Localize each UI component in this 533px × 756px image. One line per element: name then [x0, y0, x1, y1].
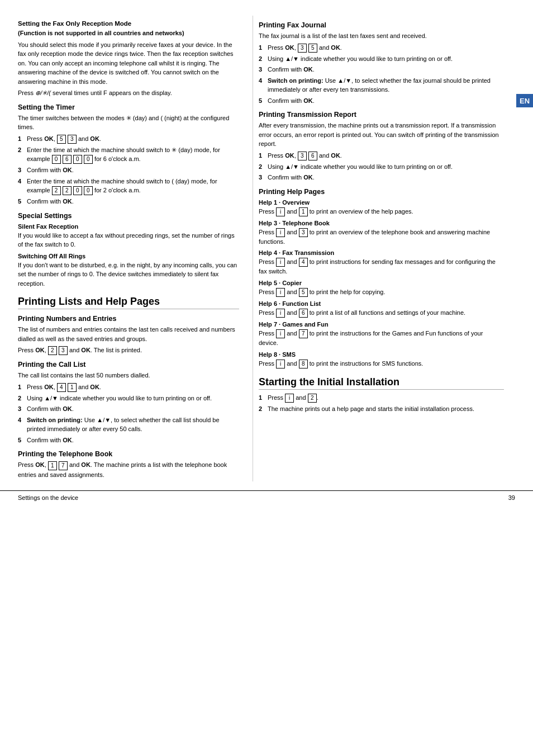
fax-only-subtitle: (Function is not supported in all countr… — [18, 29, 239, 38]
fax-only-title: Setting the Fax Only Reception Mode — [18, 20, 239, 27]
help6-title: Help 6 · Function List — [259, 300, 504, 307]
help4-title: Help 4 · Fax Transmission — [259, 249, 504, 256]
help7-title: Help 7 · Games and Fun — [259, 321, 504, 328]
call-step-5: 5 Confirm with OK. — [18, 436, 239, 445]
install-step-1: 1 Press i and 2. — [259, 393, 504, 403]
printing-lists-title: Printing Lists and Help Pages — [18, 296, 239, 309]
switch-off-rings-body: If you don't want to be disturbed, e.g. … — [18, 261, 239, 289]
footer: Settings on the device 39 — [0, 490, 533, 504]
step-3: 3 Confirm with OK. — [18, 166, 239, 175]
call-step-3: 3 Confirm with OK. — [18, 404, 239, 414]
printing-numbers-press: Press OK, 2 3 and OK. The list is printe… — [18, 346, 239, 355]
trans-step-1: 1 Press OK, 3 6 and OK. — [259, 151, 504, 160]
starting-initial-installation-title: Starting the Initial Installation — [259, 376, 504, 390]
section-printing-numbers: Printing Numbers and Entries The list of… — [18, 315, 239, 355]
special-settings-title: Special Settings — [18, 212, 239, 220]
help3-body: Press i and 3 to print an overview of th… — [259, 228, 504, 247]
fax-only-press: Press ⊕/✳/( several times until F appear… — [18, 88, 239, 98]
step-5: 5 Confirm with OK. — [18, 197, 239, 206]
printing-numbers-body: The list of numbers and entries contains… — [18, 325, 239, 343]
fax-journal-step-5: 5 Confirm with OK. — [259, 96, 504, 106]
step-2: 2 Enter the time at which the machine sh… — [18, 145, 239, 164]
fax-journal-steps: 1 Press OK, 3 5 and OK. 2 Using ▲/▼ indi… — [259, 43, 504, 106]
en-badge: EN — [516, 94, 533, 107]
install-step-2: 2 The machine prints out a help page and… — [259, 404, 504, 414]
installation-steps: 1 Press i and 2. 2 The machine prints ou… — [259, 393, 504, 414]
footer-right: 39 — [508, 494, 515, 501]
help4-body: Press i and 4 to print instructions for … — [259, 257, 504, 276]
telephone-book-title: Printing the Telephone Book — [18, 450, 239, 458]
section-initial-installation: 1 Press i and 2. 2 The machine prints ou… — [259, 393, 504, 414]
call-step-1: 1 Press OK, 4 1 and OK. — [18, 382, 239, 392]
columns: Setting the Fax Only Reception Mode (Fun… — [0, 16, 533, 481]
silent-fax-title: Silent Fax Reception — [18, 223, 239, 230]
footer-left: Settings on the device — [18, 494, 78, 501]
telephone-book-press: Press OK, 1 7 and OK. The machine prints… — [18, 460, 239, 479]
timer-steps: 1 Press OK, 5 3 and OK. 2 Enter the time… — [18, 134, 239, 206]
transmission-report-title: Printing Transmission Report — [259, 111, 504, 119]
fax-journal-step-2: 2 Using ▲/▼ indicate whether you would l… — [259, 54, 504, 64]
step-4: 4 Enter the time at which the machine sh… — [18, 177, 239, 196]
section-special-settings: Special Settings Silent Fax Reception If… — [18, 212, 239, 289]
help7-body: Press i and 7 to print the instructions … — [259, 329, 504, 348]
section-fax-journal: Printing Fax Journal The fax journal is … — [259, 21, 504, 105]
transmission-report-body: After every transmission, the machine pr… — [259, 121, 504, 149]
help6-body: Press i and 6 to print a list of all fun… — [259, 308, 504, 318]
trans-step-3: 3 Confirm with OK. — [259, 173, 504, 182]
section-transmission-report: Printing Transmission Report After every… — [259, 111, 504, 182]
help-pages-title: Printing Help Pages — [259, 188, 504, 196]
help3-title: Help 3 · Telephone Book — [259, 220, 504, 226]
silent-fax-body: If you would like to accept a fax withou… — [18, 231, 239, 249]
switch-off-rings-title: Switching Off All Rings — [18, 253, 239, 259]
help1-title: Help 1 · Overview — [259, 199, 504, 206]
timer-body: The timer switches between the modes ✳ (… — [18, 114, 239, 132]
section-fax-only-reception: Setting the Fax Only Reception Mode (Fun… — [18, 20, 239, 98]
fax-journal-step-4: 4 Switch on printing: Use ▲/▼, to select… — [259, 76, 504, 94]
printing-numbers-title: Printing Numbers and Entries — [18, 315, 239, 323]
section-help-pages: Printing Help Pages Help 1 · Overview Pr… — [259, 188, 504, 368]
call-list-title: Printing the Call List — [18, 361, 239, 368]
section-timer: Setting the Timer The timer switches bet… — [18, 103, 239, 206]
section-telephone-book: Printing the Telephone Book Press OK, 1 … — [18, 450, 239, 479]
fax-journal-body: The fax journal is a list of the last te… — [259, 31, 504, 41]
timer-title: Setting the Timer — [18, 103, 239, 111]
left-column: Setting the Fax Only Reception Mode (Fun… — [18, 16, 253, 481]
help5-title: Help 5 · Copier — [259, 280, 504, 286]
help1-body: Press i and 1 to print an overview of th… — [259, 207, 504, 216]
fax-only-symbols: ⊕/✳/( — [35, 89, 51, 96]
section-call-list: Printing the Call List The call list con… — [18, 361, 239, 445]
step-1: 1 Press OK, 5 3 and OK. — [18, 134, 239, 144]
help5-body: Press i and 5 to print the help for copy… — [259, 287, 504, 297]
call-list-steps: 1 Press OK, 4 1 and OK. 2 Using ▲/▼ indi… — [18, 382, 239, 445]
help8-body: Press i and 8 to print the instructions … — [259, 359, 504, 368]
fax-journal-step-3: 3 Confirm with OK. — [259, 65, 504, 74]
page: EN Setting the Fax Only Reception Mode (… — [0, 0, 533, 756]
call-step-2: 2 Using ▲/▼ indicate whether you would l… — [18, 394, 239, 403]
right-column: Printing Fax Journal The fax journal is … — [253, 16, 504, 481]
fax-journal-step-1: 1 Press OK, 3 5 and OK. — [259, 43, 504, 53]
transmission-report-steps: 1 Press OK, 3 6 and OK. 2 Using ▲/▼ indi… — [259, 151, 504, 182]
fax-only-body: You should select this mode if you prima… — [18, 40, 239, 87]
trans-step-2: 2 Using ▲/▼ indicate whether you would l… — [259, 162, 504, 172]
call-step-4: 4 Switch on printing: Use ▲/▼, to select… — [18, 415, 239, 434]
help8-title: Help 8 · SMS — [259, 351, 504, 358]
fax-journal-title: Printing Fax Journal — [259, 21, 504, 29]
call-list-body: The call list contains the last 50 numbe… — [18, 371, 239, 380]
